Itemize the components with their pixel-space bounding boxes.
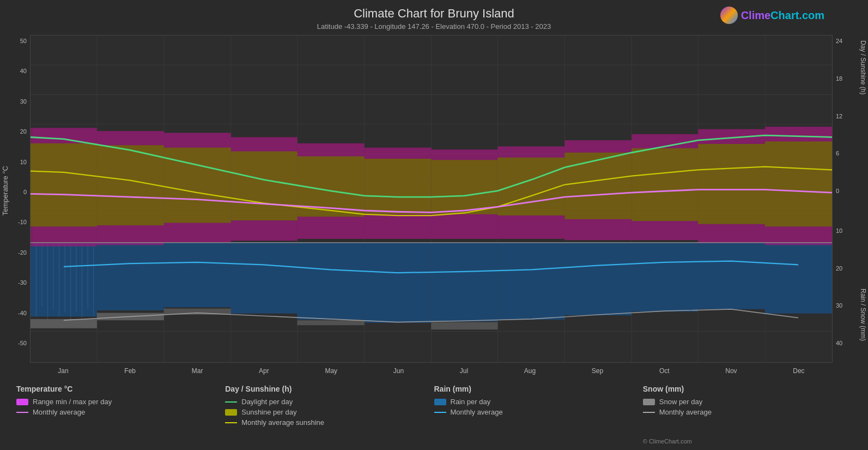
legend-item-sunshine-per-day: Sunshine per day — [225, 408, 434, 416]
legend-label-temp-avg: Monthly average — [33, 408, 85, 416]
y-tick: -10 — [18, 219, 27, 225]
svg-rect-29 — [432, 243, 498, 322]
y-tick-right: 18 — [836, 75, 842, 82]
legend-item-snow-per-day: Snow per day — [643, 398, 852, 406]
x-month-jan: Jan — [58, 367, 68, 375]
x-month-sep: Sep — [592, 367, 603, 375]
legend-section-temperature: Temperature °C Range min / max per day M… — [16, 385, 225, 445]
chart-main: ClimeChart.com — [30, 35, 833, 363]
legend-line-rain-avg — [434, 412, 446, 413]
svg-rect-70 — [765, 141, 832, 226]
y-tick-right: 10 — [836, 227, 842, 234]
legend-item-snow-avg: Monthly average — [643, 408, 852, 416]
y-tick: -50 — [18, 340, 27, 346]
svg-rect-34 — [765, 243, 832, 314]
legend-item-sunshine-avg: Monthly average sunshine — [225, 418, 434, 427]
legend-item-daylight: Daylight per day — [225, 398, 434, 406]
y-tick-right: 6 — [836, 150, 839, 157]
y-tick-right: 40 — [836, 340, 842, 346]
y-tick: 40 — [20, 68, 27, 74]
y-axis-right-top-label: Day / Sunshine (h) — [859, 40, 867, 94]
x-month-mar: Mar — [192, 367, 203, 375]
legend-title-snow: Snow (mm) — [643, 385, 852, 393]
legend-label-sunshine-avg: Monthly average sunshine — [241, 418, 324, 427]
copyright: © ClimeChart.com — [643, 433, 852, 445]
x-month-jun: Jun — [393, 367, 404, 375]
legend-section-sunshine: Day / Sunshine (h) Daylight per day Suns… — [225, 385, 434, 445]
svg-rect-23 — [31, 243, 97, 317]
legend-line-temp-avg — [16, 412, 28, 413]
legend-area: Temperature °C Range min / max per day M… — [0, 379, 868, 450]
x-month-feb: Feb — [124, 367, 136, 375]
svg-rect-59 — [31, 143, 97, 227]
svg-rect-74 — [298, 320, 365, 325]
svg-rect-62 — [231, 151, 298, 220]
svg-rect-26 — [231, 243, 298, 314]
svg-rect-66 — [497, 158, 564, 215]
svg-rect-30 — [497, 243, 564, 320]
legend-item-rain-avg: Monthly average — [434, 408, 643, 416]
y-tick: 50 — [20, 38, 27, 44]
legend-label-daylight: Daylight per day — [241, 398, 293, 406]
legend-section-rain: Rain (mm) Rain per day Monthly average — [434, 385, 643, 445]
svg-rect-61 — [164, 148, 231, 223]
legend-label-snow-avg: Monthly average — [659, 408, 712, 416]
legend-swatch-temp-range — [16, 399, 28, 405]
chart-svg — [31, 35, 832, 362]
y-tick: -30 — [18, 279, 27, 286]
y-tick-right: 24 — [836, 38, 842, 44]
legend-label-temp-range: Range min / max per day — [33, 398, 112, 406]
legend-title-rain: Rain (mm) — [434, 385, 643, 393]
y-tick-right: 12 — [836, 113, 842, 119]
x-month-oct: Oct — [659, 367, 670, 375]
y-axis-left: 50 40 30 20 10 0 -10 -20 -30 -40 -50 — [0, 35, 30, 363]
legend-item-rain-per-day: Rain per day — [434, 398, 643, 406]
y-axis-right-bottom-label: Rain / Snow (mm) — [859, 289, 867, 341]
svg-rect-68 — [632, 148, 698, 221]
svg-rect-64 — [365, 159, 432, 214]
legend-line-sunshine-avg — [225, 422, 237, 423]
svg-rect-27 — [298, 243, 365, 320]
y-tick: 20 — [20, 128, 27, 135]
legend-line-daylight — [225, 401, 237, 403]
legend-item-temp-range: Range min / max per day — [16, 398, 225, 406]
chart-area-wrapper: Temperature °C 50 40 30 20 10 0 -10 -20 … — [0, 35, 868, 363]
y-tick-right: 0 — [836, 188, 839, 194]
logo-top-right: ClimeChart.com — [720, 7, 824, 24]
x-month-may: May — [325, 367, 337, 375]
legend-item-temp-avg: Monthly average — [16, 408, 225, 416]
svg-rect-71 — [31, 319, 97, 328]
x-axis: Jan Feb Mar Apr May Jun Jul Aug Sep Oct … — [30, 363, 833, 379]
legend-swatch-sunshine — [225, 409, 237, 416]
x-month-nov: Nov — [725, 367, 737, 375]
svg-rect-25 — [164, 243, 231, 308]
y-tick: 0 — [23, 189, 27, 195]
y-tick: -40 — [18, 310, 27, 316]
legend-label-sunshine-per-day: Sunshine per day — [241, 408, 296, 416]
svg-rect-33 — [698, 243, 765, 309]
logo-icon-top — [720, 7, 738, 24]
legend-section-snow: Snow (mm) Snow per day Monthly average ©… — [643, 385, 852, 445]
svg-rect-31 — [564, 243, 632, 315]
svg-rect-69 — [698, 144, 765, 224]
y-axis-right-labels: Day / Sunshine (h) Rain / Snow (mm) — [858, 35, 868, 346]
legend-line-snow-avg — [643, 412, 655, 413]
y-tick: -20 — [18, 249, 27, 256]
y-tick-right: 20 — [836, 265, 842, 272]
legend-swatch-rain — [434, 399, 446, 405]
svg-rect-65 — [432, 160, 498, 214]
svg-rect-32 — [632, 243, 698, 312]
y-tick: 10 — [20, 159, 27, 165]
chart-container: Climate Chart for Bruny Island Latitude … — [0, 0, 868, 450]
x-month-jul: Jul — [460, 367, 468, 375]
legend-label-rain-avg: Monthly average — [451, 408, 503, 416]
svg-rect-67 — [564, 153, 632, 219]
legend-title-sunshine: Day / Sunshine (h) — [225, 385, 434, 393]
x-month-dec: Dec — [793, 367, 804, 375]
legend-title-temperature: Temperature °C — [16, 385, 225, 393]
x-month-apr: Apr — [259, 367, 269, 375]
x-month-aug: Aug — [524, 367, 536, 375]
svg-rect-24 — [97, 243, 164, 310]
logo-text-top: ClimeChart.com — [741, 9, 824, 22]
svg-rect-28 — [365, 243, 432, 323]
